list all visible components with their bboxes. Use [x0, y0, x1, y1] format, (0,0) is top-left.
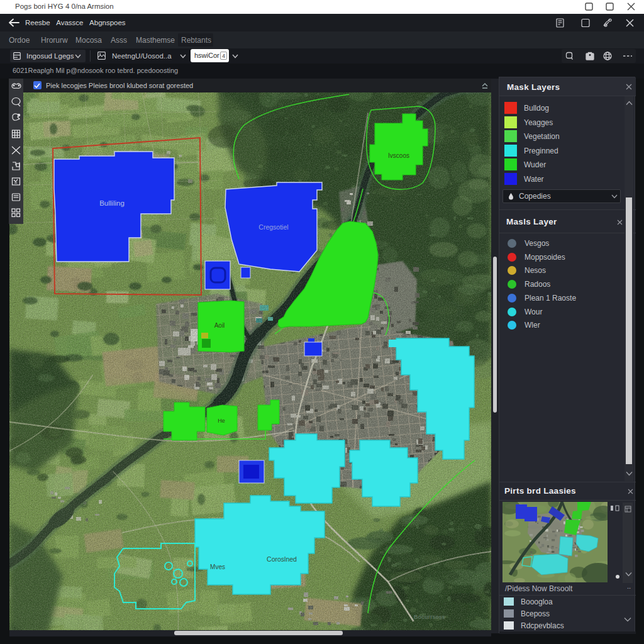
svg-text:Cregsotiel: Cregsotiel: [258, 223, 288, 231]
svg-text:Coroslned: Coroslned: [267, 555, 297, 563]
svg-text:Mves: Mves: [210, 564, 225, 570]
svg-text:Bocurrsoss: Bocurrsoss: [414, 614, 445, 620]
svg-text:He: He: [218, 418, 225, 424]
svg-text:Bulliling: Bulliling: [99, 199, 125, 207]
svg-text:Ivscoos: Ivscoos: [388, 152, 409, 159]
svg-text:Aoil: Aoil: [214, 322, 225, 329]
